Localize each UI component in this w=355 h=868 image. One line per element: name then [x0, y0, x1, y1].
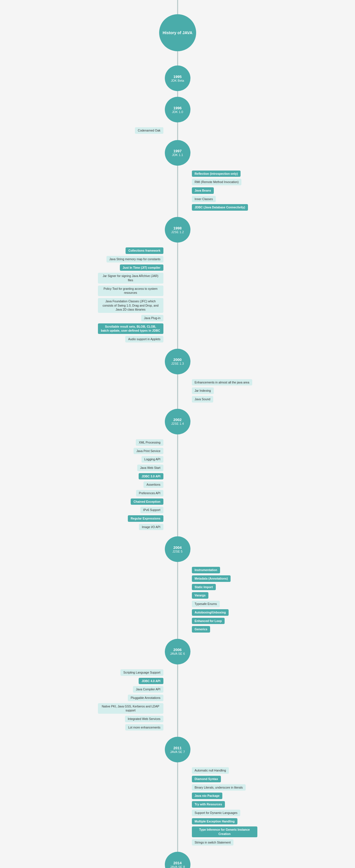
- era-jdk-1-0: 1996 JDK 1.0 Codenamed Oak: [84, 97, 271, 134]
- feature-instrumentation: Instrumentation: [192, 567, 220, 574]
- feature-chained-exception: Chained Exception: [131, 498, 163, 505]
- feature-string-memory: Java String memory map for constants: [106, 256, 163, 262]
- feature-regex: Regular Expressions: [128, 515, 163, 522]
- era-circle-java-se-6: 2006 JAVA SE 6: [165, 639, 190, 664]
- feature-assertions: Assertions: [143, 482, 163, 488]
- feature-compiler-api: Java Compiler API: [133, 686, 163, 693]
- feature-enhanced-for: Enhanced for Loop: [192, 618, 225, 624]
- feature-nio: Java nio Package: [192, 793, 223, 799]
- feature-type-inference: Type Inference for Generic Instance Crea…: [192, 827, 257, 837]
- feature-row-java-beans: Java Beans: [84, 187, 271, 194]
- era-circle-j2se-1-2: 1998 J2SE 1.2: [165, 217, 190, 243]
- era-node-j2se-5: 2004 J2SE 5: [84, 536, 271, 562]
- feature-more-enhancements: Lot more enhancements: [125, 724, 163, 731]
- feature-codenamed-oak: Codenamed Oak: [135, 127, 163, 134]
- feature-multi-exception: Multiple Exception Handling: [192, 818, 238, 825]
- feature-static-import: Static Import: [192, 584, 216, 590]
- feature-java-plugin: Java Plug-in: [141, 315, 163, 321]
- feature-ipv6: IPv6 Support: [140, 507, 163, 513]
- feature-jdbc40: JDBC 4.0 API: [139, 678, 163, 684]
- title-circle: History of JAVA: [159, 14, 196, 51]
- feature-scripting: Scripting Language Support: [121, 669, 163, 676]
- feature-policy-tool: Policy Tool for granting access to syste…: [98, 285, 163, 296]
- era-circle-java-se-8: 2014 JAVA SE 8: [165, 852, 190, 868]
- era-node-java-se-7: 2011 JAVA SE 7: [84, 737, 271, 763]
- era-j2se-1-4: 2002 J2SE 1.4 XML Processing Java Print …: [84, 409, 271, 531]
- feature-jdbc: JDBC (Java Database Connectivity): [192, 204, 248, 211]
- title-node: History of JAVA: [84, 14, 271, 51]
- feature-diamond: Diamond Syntax: [192, 776, 221, 782]
- feature-dynamic-lang: Support for Dynamic Languages: [192, 810, 240, 816]
- feature-row-reflection: Reflection (introspection only): [84, 170, 271, 178]
- feature-web-start: Java Web Start: [137, 465, 163, 471]
- era-circle-jdk-1-0: 1996 JDK 1.0: [165, 97, 190, 122]
- era-node-java-se-8: 2014 JAVA SE 8: [84, 852, 271, 868]
- feature-xml-processing: XML Processing: [136, 439, 163, 446]
- feature-prefs-api: Preferences API: [136, 490, 163, 496]
- feature-java-beans: Java Beans: [192, 187, 214, 194]
- feature-varargs: Varargs: [192, 592, 209, 599]
- feature-image-io: Image I/O API: [139, 524, 163, 530]
- feature-jfc: Java Foundation Classes (JFC) which cons…: [98, 298, 163, 313]
- feature-metadata: Metadata (Annotations): [192, 575, 231, 582]
- feature-audio: Audio support in Applets: [125, 336, 163, 342]
- era-node-jdk-1-0: 1996 JDK 1.0: [84, 97, 271, 122]
- feature-row-rmi: RMI (Remote Method Invocation): [84, 178, 271, 186]
- era-node-j2se-1-2: 1998 J2SE 1.2: [84, 217, 271, 243]
- feature-jit: Just In Time (JIT) compiler: [120, 265, 163, 271]
- feature-typesafe-enums: Typesafe Enums: [192, 601, 220, 607]
- feature-logging: Logging API: [141, 456, 163, 463]
- era-circle-jdk-beta: 1995 JDK Beta: [165, 65, 190, 91]
- era-circle-j2se-1-3: 2000 J2SE 1.3: [165, 349, 190, 374]
- feature-enhancements: Enhancements in almost all the java area: [192, 379, 252, 386]
- era-java-se-8: 2014 JAVA SE 8 Lambda Expressions Pipeli…: [84, 852, 271, 868]
- feature-scrollable: Scrollable result sets, BLOB, CLOB, batc…: [98, 323, 163, 334]
- feature-generics: Generics: [192, 626, 211, 632]
- era-circle-j2se-5: 2004 J2SE 5: [165, 536, 190, 562]
- feature-jar-indexing: Jar Indexing: [192, 388, 214, 394]
- feature-reflection: Reflection (introspection only): [192, 170, 241, 177]
- feature-jdbc30: JDBC 3.0 API: [139, 473, 163, 480]
- era-jdk-beta: 1995 JDK Beta: [84, 65, 271, 91]
- era-version-jdk-beta: JDK Beta: [171, 79, 184, 82]
- feature-java-sound: Java Sound: [192, 396, 213, 403]
- feature-rmi: RMI (Remote Method Invocation): [192, 179, 242, 185]
- era-circle-jdk-1-1: 1997 JDK 1.1: [165, 140, 190, 166]
- feature-autoboxing: Autoboxing/Unboxing: [192, 609, 229, 616]
- feature-try-resources: Try with Resources: [192, 801, 225, 808]
- era-node-jdk-1-1: 1997 JDK 1.1: [84, 140, 271, 166]
- timeline-container: History of JAVA 1995 JDK Beta 1996 JDK 1…: [84, 0, 271, 868]
- feature-web-services: Integrated Web Services: [125, 716, 163, 722]
- feature-row-jdbc: JDBC (Java Database Connectivity): [84, 204, 271, 211]
- era-j2se-1-2: 1998 J2SE 1.2 Collections framework Java…: [84, 217, 271, 343]
- feature-jar-signer: Jar Signer for signing Java ARchive (JAR…: [98, 273, 163, 283]
- era-node-j2se-1-3: 2000 J2SE 1.3: [84, 349, 271, 374]
- era-circle-j2se-1-4: 2002 J2SE 1.4: [165, 409, 190, 434]
- feature-binary-literals: Binary Literals, underscore in literals: [192, 784, 246, 791]
- feature-switch-string: Strings in switch Statement: [192, 839, 234, 846]
- era-circle-java-se-7: 2011 JAVA SE 7: [165, 737, 190, 763]
- era-node-java-se-6: 2006 JAVA SE 6: [84, 639, 271, 664]
- era-year-jdk-beta: 1995: [173, 74, 182, 79]
- feature-row-codenamed-oak: Codenamed Oak: [84, 127, 271, 134]
- left-side: Codenamed Oak: [84, 127, 178, 134]
- era-jdk-1-1: 1997 JDK 1.1 Reflection (introspection o…: [84, 140, 271, 211]
- era-node-jdk-beta: 1995 JDK Beta: [84, 65, 271, 91]
- feature-native-pki: Native PKI, Java GSS, Kerberos and LDAP …: [98, 703, 163, 714]
- title-text: History of JAVA: [163, 30, 192, 35]
- feature-inner-classes: Inner Classes: [192, 196, 216, 203]
- feature-print-service: Java Print Service: [133, 448, 163, 454]
- feature-pluggable-annotations: Pluggable Annotations: [128, 694, 163, 701]
- era-node-j2se-1-4: 2002 J2SE 1.4: [84, 409, 271, 434]
- feature-auto-null: Automatic null Handling: [192, 767, 229, 774]
- era-j2se-5: 2004 J2SE 5 Instrumentation Metadata (An…: [84, 536, 271, 633]
- feature-row-inner-classes: Inner Classes: [84, 195, 271, 203]
- feature-collections: Collections framework: [126, 247, 163, 254]
